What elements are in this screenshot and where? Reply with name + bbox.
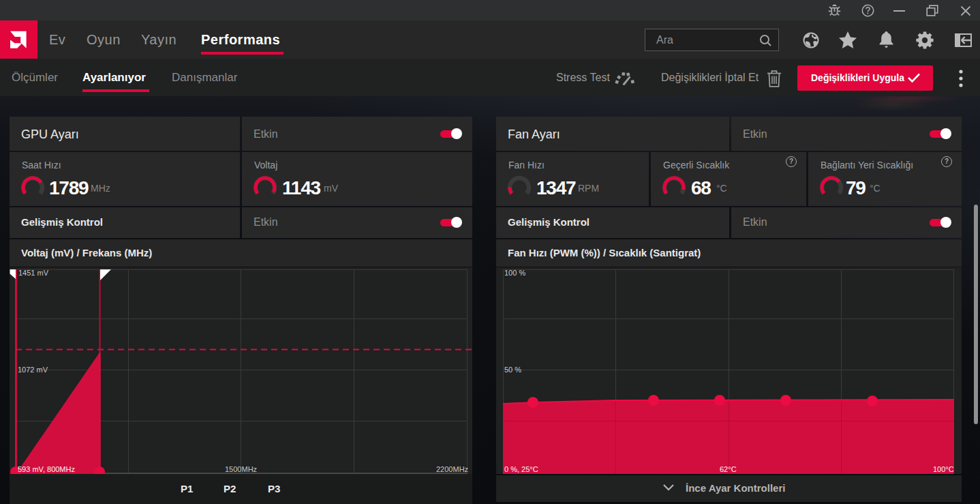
svg-text:50 %: 50 % (504, 366, 521, 374)
svg-text:62°C: 62°C (720, 465, 737, 473)
svg-text:1451 mV: 1451 mV (18, 269, 49, 277)
svg-text:2200MHz: 2200MHz (436, 465, 468, 473)
svg-text:1500MHz: 1500MHz (225, 465, 257, 473)
svg-text:100°C: 100°C (933, 465, 954, 473)
svg-text:0 %, 25°C: 0 %, 25°C (504, 465, 538, 473)
svg-text:100 %: 100 % (504, 269, 525, 277)
svg-text:1072 mV: 1072 mV (18, 366, 48, 374)
svg-text:593 mV, 800MHz: 593 mV, 800MHz (18, 465, 75, 473)
